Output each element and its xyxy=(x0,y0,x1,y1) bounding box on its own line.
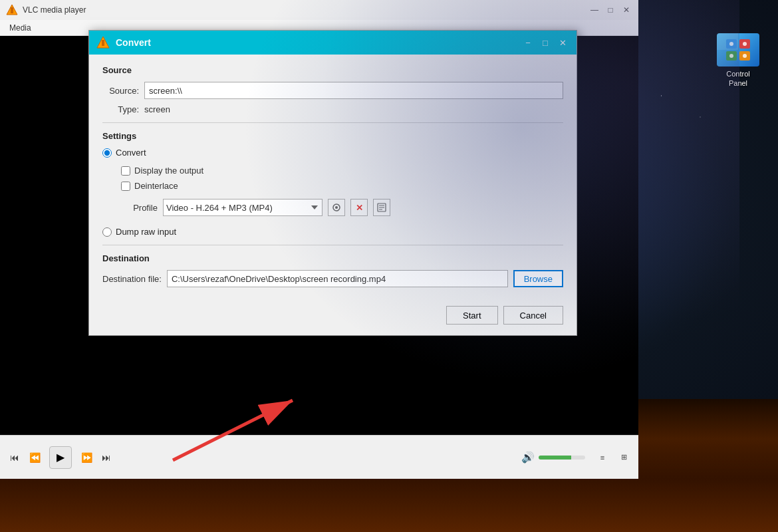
source-divider xyxy=(102,122,563,123)
profile-select[interactable]: Video - H.264 + MP3 (MP4)Video - H.265 +… xyxy=(163,199,323,216)
settings-section-label: Settings xyxy=(102,131,563,141)
dump-raw-radio[interactable] xyxy=(102,227,112,237)
destination-section-label: Destination xyxy=(102,253,563,263)
profile-edit-button[interactable] xyxy=(373,199,390,216)
cancel-button[interactable]: Cancel xyxy=(503,306,563,325)
start-button[interactable]: Start xyxy=(446,306,497,325)
svg-rect-18 xyxy=(378,203,386,211)
profile-delete-button[interactable]: ✕ xyxy=(350,199,368,216)
svg-point-9 xyxy=(743,42,747,46)
source-input[interactable] xyxy=(144,82,563,99)
vlc-volume-bar[interactable] xyxy=(539,456,585,460)
deinterlace-label: Deinterlace xyxy=(134,181,178,191)
svg-point-10 xyxy=(729,54,733,58)
vlc-minimize-button[interactable]: — xyxy=(588,3,601,17)
control-panel-label: Control Panel xyxy=(712,69,765,88)
vlc-rewind-btn[interactable]: ⏪ xyxy=(25,448,44,467)
vlc-extra-btn2[interactable]: ⊞ xyxy=(614,448,633,467)
svg-point-11 xyxy=(743,54,747,58)
display-output-label: Display the output xyxy=(134,166,203,176)
svg-rect-6 xyxy=(726,51,737,61)
dialog-maximize-button[interactable]: □ xyxy=(538,35,553,50)
vlc-next-btn[interactable]: ⏭ xyxy=(97,448,116,467)
dest-input[interactable] xyxy=(167,270,508,287)
dump-raw-radio-row: Dump raw input xyxy=(102,227,563,237)
svg-point-8 xyxy=(729,42,733,46)
convert-radio-label: Convert xyxy=(116,148,146,158)
vlc-logo-icon xyxy=(5,3,19,17)
svg-rect-15 xyxy=(102,40,104,41)
display-output-row: Display the output xyxy=(121,166,563,176)
type-value: screen xyxy=(144,104,170,114)
convert-dialog: Convert − □ ✕ Source Source: Type: scree… xyxy=(88,30,577,336)
control-panel-icon[interactable]: Control Panel xyxy=(712,33,765,88)
dialog-titlebar: Convert − □ ✕ xyxy=(89,31,577,55)
dump-raw-label: Dump raw input xyxy=(116,227,176,237)
vlc-menu-media[interactable]: Media xyxy=(4,22,37,34)
svg-rect-14 xyxy=(102,41,104,43)
vlc-maximize-button[interactable]: □ xyxy=(604,3,617,17)
vlc-window-buttons: — □ ✕ xyxy=(588,3,633,17)
dialog-minimize-button[interactable]: − xyxy=(521,35,535,50)
svg-point-17 xyxy=(335,206,338,209)
dialog-window-buttons: − □ ✕ xyxy=(521,35,570,50)
dest-field-label: Destination file: xyxy=(102,274,162,284)
settings-divider xyxy=(102,245,563,245)
vlc-play-button[interactable]: ▶ xyxy=(49,446,72,469)
vlc-controls: ⏮ ⏪ ▶ ⏩ ⏭ 🔊 ≡ ⊞ xyxy=(0,435,638,479)
type-row: Type: screen xyxy=(102,104,563,114)
vlc-title: VLC media player xyxy=(23,5,584,15)
svg-point-16 xyxy=(333,204,340,211)
source-section-label: Source xyxy=(102,65,563,75)
source-field-label: Source: xyxy=(102,86,139,96)
svg-rect-2 xyxy=(11,9,13,10)
profile-label: Profile xyxy=(121,203,158,213)
convert-options: Display the output Deinterlace Profile V… xyxy=(102,166,563,216)
dialog-body: Source Source: Type: screen Settings Con… xyxy=(89,55,577,298)
display-output-checkbox[interactable] xyxy=(121,166,130,176)
vlc-close-button[interactable]: ✕ xyxy=(620,3,633,17)
vlc-ff-btn[interactable]: ⏩ xyxy=(77,448,96,467)
profile-row: Profile Video - H.264 + MP3 (MP4)Video -… xyxy=(121,199,563,216)
profile-wrench-button[interactable] xyxy=(328,199,345,216)
convert-radio-row: Convert xyxy=(102,148,563,158)
destination-row: Destination file: Browse xyxy=(102,270,563,287)
vlc-volume-icon: 🔊 xyxy=(521,451,535,464)
dialog-footer: Start Cancel xyxy=(89,298,577,335)
deinterlace-checkbox[interactable] xyxy=(121,182,130,191)
svg-rect-1 xyxy=(11,10,13,13)
svg-rect-3 xyxy=(11,7,13,9)
dialog-close-button[interactable]: ✕ xyxy=(555,35,570,50)
desktop: VLC media player — □ ✕ Media ⏮ ⏪ ▶ ⏩ ⏭ xyxy=(0,0,778,532)
svg-rect-13 xyxy=(102,43,104,46)
dialog-title: Convert xyxy=(116,37,515,48)
deinterlace-row: Deinterlace xyxy=(121,181,563,191)
source-row: Source: xyxy=(102,82,563,99)
convert-radio[interactable] xyxy=(102,148,112,158)
vlc-extra-btn1[interactable]: ≡ xyxy=(593,448,612,467)
svg-rect-4 xyxy=(726,39,737,49)
dialog-vlc-icon xyxy=(96,35,110,50)
vlc-titlebar: VLC media player — □ ✕ xyxy=(0,0,638,20)
control-panel-icon-image xyxy=(717,33,759,66)
type-label: Type: xyxy=(102,104,139,114)
browse-button[interactable]: Browse xyxy=(513,270,563,287)
vlc-prev-btn[interactable]: ⏮ xyxy=(5,448,24,467)
